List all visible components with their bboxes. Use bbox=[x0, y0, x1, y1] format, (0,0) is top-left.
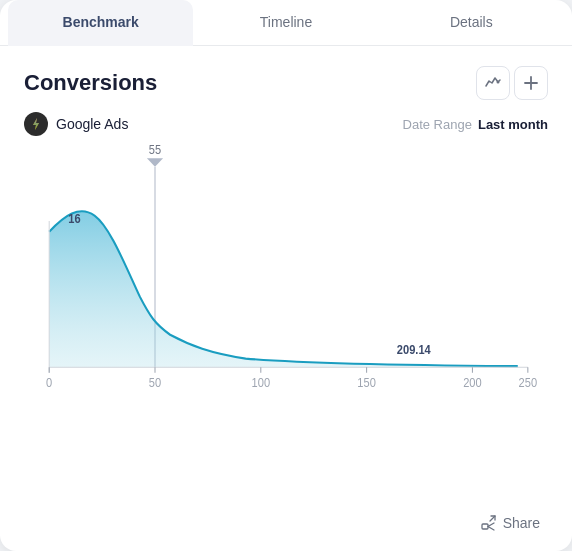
svg-line-15 bbox=[488, 527, 494, 531]
svg-rect-13 bbox=[482, 524, 488, 529]
x-label-0: 0 bbox=[46, 376, 52, 388]
share-icon bbox=[481, 515, 497, 531]
source-name: Google Ads bbox=[56, 116, 128, 132]
x-label-200: 200 bbox=[463, 376, 481, 388]
page-title: Conversions bbox=[24, 70, 157, 96]
date-range-value: Last month bbox=[478, 117, 548, 132]
x-label-150: 150 bbox=[357, 376, 375, 388]
tab-timeline[interactable]: Timeline bbox=[193, 0, 378, 46]
benchmark-icon bbox=[484, 74, 502, 92]
svg-marker-5 bbox=[33, 118, 39, 130]
chart-area: 55 bbox=[24, 156, 548, 495]
svg-line-16 bbox=[490, 516, 495, 521]
peak-label: 16 bbox=[68, 213, 80, 225]
tail-label: 209.14 bbox=[397, 344, 431, 356]
source-info: Google Ads bbox=[24, 112, 128, 136]
card: Benchmark Timeline Details Conversions bbox=[0, 0, 572, 551]
google-ads-logo bbox=[24, 112, 48, 136]
chart-svg-container: 55 bbox=[24, 156, 548, 416]
x-label-50: 50 bbox=[149, 376, 161, 388]
chart-area-fill bbox=[49, 211, 518, 367]
marker-triangle bbox=[147, 158, 163, 167]
add-icon-button[interactable] bbox=[514, 66, 548, 100]
x-label-250: 250 bbox=[519, 376, 537, 388]
svg-line-14 bbox=[488, 523, 494, 527]
chart-svg: 55 bbox=[24, 156, 548, 416]
x-label-100: 100 bbox=[252, 376, 270, 388]
icon-buttons-group bbox=[476, 66, 548, 100]
tabs-container: Benchmark Timeline Details bbox=[0, 0, 572, 46]
content-area: Conversions bbox=[0, 46, 572, 551]
tab-details[interactable]: Details bbox=[379, 0, 564, 46]
benchmark-icon-button[interactable] bbox=[476, 66, 510, 100]
date-range: Date Range Last month bbox=[403, 117, 548, 132]
add-icon bbox=[523, 75, 539, 91]
share-button[interactable]: Share bbox=[473, 511, 548, 535]
header-row: Conversions bbox=[24, 66, 548, 100]
source-row: Google Ads Date Range Last month bbox=[24, 112, 548, 136]
google-ads-icon bbox=[29, 117, 43, 131]
marker-value-label: 55 bbox=[149, 143, 161, 155]
footer-row: Share bbox=[24, 503, 548, 535]
share-label: Share bbox=[503, 515, 540, 531]
tab-benchmark[interactable]: Benchmark bbox=[8, 0, 193, 46]
date-range-label: Date Range bbox=[403, 117, 472, 132]
svg-point-0 bbox=[497, 81, 500, 84]
